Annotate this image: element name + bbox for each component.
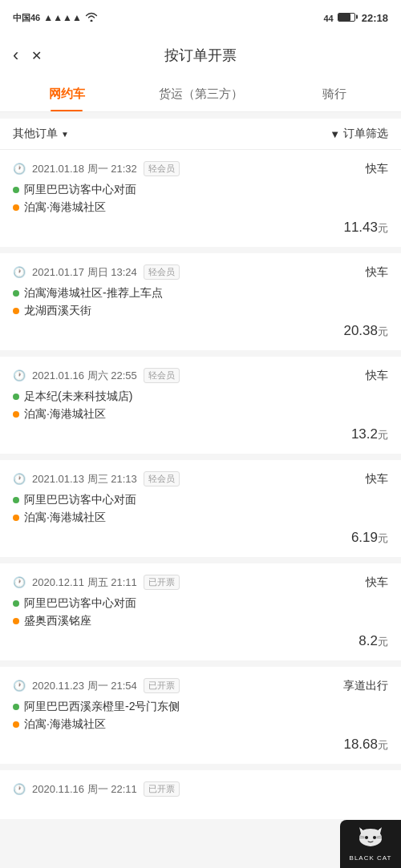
order-footer: 8.2元 <box>13 633 388 649</box>
order-item[interactable]: 🕐 2021.01.17 周日 13:24 轻会员 快车 泊寓海港城社区-推荐上… <box>0 253 401 350</box>
from-text: 足本纪(未来科技城店) <box>24 390 132 404</box>
to-text: 泊寓·海港城社区 <box>24 717 106 732</box>
route-to: 泊寓·海港城社区 <box>13 407 388 422</box>
order-route: 泊寓海港城社区-推荐上车点 龙湖西溪天街 <box>13 286 388 318</box>
from-dot-icon <box>13 600 19 607</box>
order-type: 快车 <box>366 472 388 486</box>
order-badge: 已开票 <box>144 575 180 590</box>
order-route: 阿里巴巴西溪亲橙里-2号门东侧 泊寓·海港城社区 <box>13 700 388 732</box>
order-item[interactable]: 🕐 2020.11.23 周一 21:54 已开票 享道出行 阿里巴巴西溪亲橙里… <box>0 667 401 764</box>
time-display: 22:18 <box>362 12 388 24</box>
clock-icon: 🕐 <box>13 266 26 278</box>
to-dot-icon <box>13 411 19 418</box>
order-route: 阿里巴巴访客中心对面 盛奥西溪铭座 <box>13 596 388 628</box>
order-date: 2020.11.16 周一 22:11 <box>32 782 137 797</box>
order-date: 2020.12.11 周五 21:11 <box>32 575 137 590</box>
order-item[interactable]: 🕐 2021.01.18 周一 21:32 轻会员 快车 阿里巴巴访客中心对面 … <box>0 150 401 247</box>
order-header-left: 🕐 2021.01.17 周日 13:24 轻会员 <box>13 264 180 280</box>
from-dot-icon <box>13 497 19 503</box>
back-button[interactable]: ‹ <box>13 45 18 66</box>
from-dot-icon <box>13 394 19 400</box>
from-text: 阿里巴巴访客中心对面 <box>24 493 136 507</box>
status-left: 中国46 ▲▲▲▲ <box>13 12 98 24</box>
order-item[interactable]: 🕐 2021.01.16 周六 22:55 轻会员 快车 足本纪(未来科技城店)… <box>0 357 401 454</box>
order-type: 快车 <box>366 369 388 383</box>
order-type-dropdown[interactable]: 其他订单 ▼ <box>13 127 69 141</box>
order-date: 2021.01.13 周三 21:13 <box>32 472 137 486</box>
filter-label: 订单筛选 <box>343 127 388 141</box>
svg-point-1 <box>373 836 376 839</box>
order-header-left: 🕐 2020.11.16 周一 22:11 已开票 <box>13 781 180 797</box>
order-badge: 已开票 <box>144 781 180 797</box>
order-date: 2021.01.17 周日 13:24 <box>32 265 137 280</box>
order-price: 6.19元 <box>351 530 388 546</box>
order-price: 18.68元 <box>343 737 388 753</box>
filter-button[interactable]: ▼ 订单筛选 <box>330 127 388 141</box>
from-text: 阿里巴巴访客中心对面 <box>24 183 136 197</box>
to-text: 泊寓·海港城社区 <box>24 407 106 422</box>
order-badge: 轻会员 <box>144 161 180 176</box>
carrier-text: 中国46 <box>13 12 40 24</box>
to-dot-icon <box>13 204 19 211</box>
from-dot-icon <box>13 290 19 297</box>
route-to: 泊寓·海港城社区 <box>13 200 388 215</box>
to-dot-icon <box>13 515 19 521</box>
to-text: 盛奥西溪铭座 <box>24 614 91 628</box>
close-button[interactable]: ✕ <box>31 48 42 63</box>
order-route: 足本纪(未来科技城店) 泊寓·海港城社区 <box>13 390 388 422</box>
order-header-left: 🕐 2020.11.23 周一 21:54 已开票 <box>13 678 180 693</box>
route-from: 足本纪(未来科技城店) <box>13 390 388 404</box>
order-type: 快车 <box>366 575 388 590</box>
status-right: 44 22:18 <box>323 12 388 24</box>
order-price: 13.2元 <box>351 426 388 442</box>
route-from: 阿里巴巴西溪亲橙里-2号门东侧 <box>13 700 388 714</box>
to-text: 泊寓·海港城社区 <box>24 511 106 525</box>
cat-logo-icon <box>358 827 383 853</box>
order-header-left: 🕐 2021.01.13 周三 21:13 轻会员 <box>13 471 180 486</box>
order-badge: 轻会员 <box>144 368 180 383</box>
clock-icon: 🕐 <box>13 680 26 692</box>
order-item[interactable]: 🕐 2020.12.11 周五 21:11 已开票 快车 阿里巴巴访客中心对面 … <box>0 563 401 660</box>
from-dot-icon <box>13 187 19 193</box>
order-badge: 已开票 <box>144 678 180 693</box>
route-from: 阿里巴巴访客中心对面 <box>13 596 388 611</box>
order-header: 🕐 2020.11.16 周一 22:11 已开票 <box>13 781 388 797</box>
to-dot-icon <box>13 618 19 624</box>
order-type-label: 其他订单 <box>13 127 58 141</box>
order-header: 🕐 2021.01.17 周日 13:24 轻会员 快车 <box>13 264 388 280</box>
clock-icon: 🕐 <box>13 473 26 485</box>
order-list: 🕐 2021.01.18 周一 21:32 轻会员 快车 阿里巴巴访客中心对面 … <box>0 150 401 819</box>
order-item[interactable]: 🕐 2021.01.13 周三 21:13 轻会员 快车 阿里巴巴访客中心对面 … <box>0 460 401 557</box>
order-footer: 20.38元 <box>13 323 388 339</box>
dropdown-arrow-icon: ▼ <box>61 130 69 139</box>
to-text: 泊寓·海港城社区 <box>24 200 106 215</box>
tab-ride[interactable]: 网约车 <box>0 75 134 111</box>
order-date: 2021.01.18 周一 21:32 <box>32 162 137 176</box>
order-header: 🕐 2020.11.23 周一 21:54 已开票 享道出行 <box>13 678 388 693</box>
signal-icon: ▲▲▲▲ <box>43 12 82 23</box>
order-header-left: 🕐 2020.12.11 周五 21:11 已开票 <box>13 575 180 590</box>
tab-bike[interactable]: 骑行 <box>267 75 401 111</box>
filter-bar: 其他订单 ▼ ▼ 订单筛选 <box>0 119 401 150</box>
order-date: 2021.01.16 周六 22:55 <box>32 369 137 383</box>
order-item[interactable]: 🕐 2020.11.16 周一 22:11 已开票 <box>0 770 401 819</box>
status-bar: 中国46 ▲▲▲▲ 44 22:18 <box>0 0 401 35</box>
tabs-bar: 网约车 货运（第三方） 骑行 <box>0 75 401 112</box>
battery-level: 44 <box>323 14 333 23</box>
order-badge: 轻会员 <box>144 264 180 280</box>
svg-point-0 <box>365 836 368 839</box>
order-header-left: 🕐 2021.01.16 周六 22:55 轻会员 <box>13 368 180 383</box>
route-from: 阿里巴巴访客中心对面 <box>13 183 388 197</box>
to-dot-icon <box>13 721 19 728</box>
to-text: 龙湖西溪天街 <box>24 304 91 318</box>
route-from: 阿里巴巴访客中心对面 <box>13 493 388 507</box>
nav-bar: ‹ ✕ 按订单开票 <box>0 35 401 75</box>
route-to: 盛奥西溪铭座 <box>13 614 388 628</box>
black-cat-label: BLACK CAT <box>350 854 392 862</box>
order-route: 阿里巴巴访客中心对面 泊寓·海港城社区 <box>13 493 388 525</box>
tab-freight[interactable]: 货运（第三方） <box>134 75 268 111</box>
clock-icon: 🕐 <box>13 783 26 795</box>
to-dot-icon <box>13 308 19 314</box>
order-price: 20.38元 <box>343 323 388 339</box>
order-footer: 11.43元 <box>13 220 388 236</box>
